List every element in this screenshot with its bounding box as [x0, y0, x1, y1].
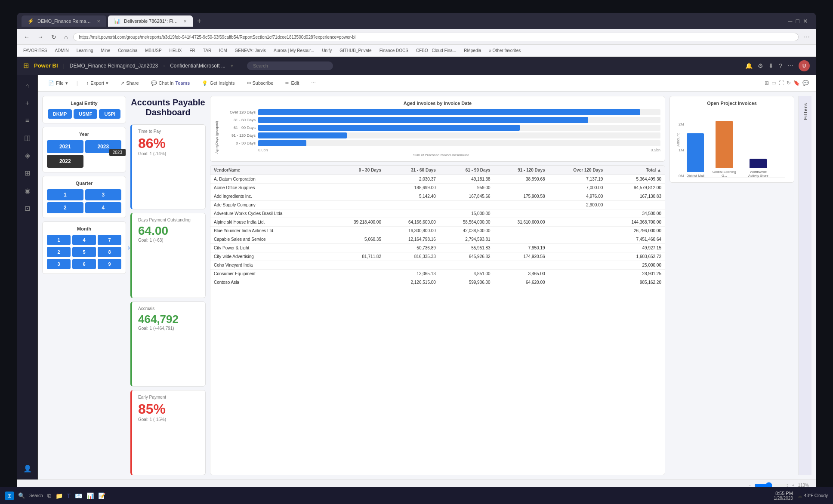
- maximize-btn[interactable]: □: [796, 18, 799, 25]
- bookmark-tar[interactable]: TAR: [201, 47, 214, 54]
- bookmark-mbiusp[interactable]: MBIUSP: [142, 47, 164, 54]
- bookmark-unify[interactable]: Unify: [319, 47, 334, 54]
- browser-tab-2[interactable]: 📊 Deliverable 786281*: Financial ... ✕: [108, 15, 193, 27]
- more-toolbar-btn[interactable]: ⋯: [308, 79, 319, 88]
- month-8-btn[interactable]: 8: [98, 247, 121, 257]
- bookmark-aurora[interactable]: Aurora | My Resour...: [271, 47, 317, 54]
- create-nav-icon[interactable]: +: [22, 96, 33, 111]
- month-5-btn[interactable]: 5: [72, 247, 96, 257]
- get-insights-btn[interactable]: 💡 Get insights: [198, 79, 238, 88]
- legal-entity-dkmp-btn[interactable]: DKMP: [48, 109, 72, 119]
- bookmark-rmpedia[interactable]: RMpedia: [461, 47, 484, 54]
- minimize-btn[interactable]: ─: [788, 18, 793, 25]
- vendor-table-scroll[interactable]: VendorName 0 - 30 Days 31 - 60 Days 61 -…: [210, 166, 665, 286]
- learn-nav-icon[interactable]: ◉: [21, 183, 34, 198]
- col-61-90[interactable]: 61 - 90 Days: [439, 166, 494, 175]
- user-avatar[interactable]: U: [799, 60, 810, 71]
- close-btn[interactable]: ✕: [803, 18, 808, 25]
- more-icon[interactable]: ⋯: [787, 62, 793, 69]
- comment-icon[interactable]: 💬: [802, 80, 809, 86]
- notification-icon[interactable]: 🔔: [745, 62, 753, 69]
- taskbar-app2[interactable]: 📊: [86, 492, 94, 499]
- taskview-btn[interactable]: ⧉: [47, 492, 51, 499]
- legal-entity-usmf-btn[interactable]: USMF: [74, 109, 97, 119]
- year-2021-btn[interactable]: 2021: [47, 140, 83, 153]
- month-scroll-right-btn[interactable]: ›: [128, 244, 130, 252]
- bookmark-cfbo[interactable]: CFBO - Cloud Fina...: [413, 47, 459, 54]
- bookmark-comacina[interactable]: Comacina: [115, 47, 140, 54]
- taskbar-explorer[interactable]: 📁: [56, 492, 63, 499]
- month-7-btn[interactable]: 7: [98, 235, 121, 245]
- taskbar-teams[interactable]: T: [67, 492, 71, 499]
- search-taskbar-btn[interactable]: 🔍: [18, 492, 25, 499]
- bookmark-finance-docs[interactable]: Finance DOCS: [377, 47, 411, 54]
- bookmark-helix[interactable]: HELIX: [167, 47, 185, 54]
- bar-fill-61-90: [258, 125, 520, 131]
- bookmark-github[interactable]: GITHUB_Private: [337, 47, 374, 54]
- apps-nav-icon[interactable]: ⊞: [21, 166, 34, 181]
- month-3-btn[interactable]: 3: [47, 259, 71, 269]
- new-tab-btn[interactable]: +: [194, 17, 204, 26]
- bookmark-icm[interactable]: ICM: [216, 47, 229, 54]
- bookmark-report-icon[interactable]: 🔖: [793, 80, 800, 86]
- tab-close-1[interactable]: ✕: [97, 19, 100, 24]
- settings-icon[interactable]: ⚙: [758, 62, 763, 69]
- bookmark-fr[interactable]: FR: [187, 47, 198, 54]
- file-btn[interactable]: 📄 File ▾: [45, 79, 71, 88]
- legal-entity-uspi-btn[interactable]: USPI: [99, 109, 120, 119]
- chat-in-teams-btn[interactable]: 💬 Chat in Teams: [148, 79, 194, 88]
- pbi-search-input[interactable]: [247, 61, 333, 70]
- col-over-120[interactable]: Over 120 Days: [549, 166, 607, 175]
- col-31-60[interactable]: 31 - 60 Days: [385, 166, 439, 175]
- hub-nav-icon[interactable]: ◫: [21, 130, 34, 145]
- month-6-btn[interactable]: 6: [72, 259, 96, 269]
- forward-btn[interactable]: →: [35, 33, 46, 41]
- bookmark-mine[interactable]: Mine: [99, 47, 113, 54]
- view-mode-icon[interactable]: ⊞: [765, 80, 769, 86]
- layout-icon[interactable]: ▭: [771, 80, 776, 86]
- bookmark-favorites[interactable]: FAVORITES: [21, 47, 49, 54]
- vendor-total-cell: 167,130.83: [606, 192, 665, 200]
- refresh-btn[interactable]: ↻: [49, 33, 59, 41]
- fullscreen-icon[interactable]: ⛶: [779, 80, 784, 86]
- metrics-nav-icon[interactable]: ◈: [22, 148, 34, 163]
- col-total[interactable]: Total ▲: [606, 166, 665, 175]
- start-btn[interactable]: ⊞: [5, 492, 14, 500]
- month-2-btn[interactable]: 2: [47, 247, 71, 257]
- bookmark-learning[interactable]: Learning: [74, 47, 96, 54]
- bookmark-admin[interactable]: ADMIN: [52, 47, 71, 54]
- share-btn[interactable]: ↗ Share: [117, 79, 142, 88]
- refresh-report-icon[interactable]: ↻: [787, 80, 791, 86]
- home-btn[interactable]: ⌂: [62, 33, 70, 41]
- year-2022-btn[interactable]: 2022: [47, 155, 83, 168]
- help-icon[interactable]: ?: [779, 62, 782, 69]
- back-btn[interactable]: ←: [22, 33, 32, 41]
- bookmark-geneva[interactable]: GENEVA: Jarvis: [232, 47, 268, 54]
- tab-close-2[interactable]: ✕: [183, 19, 187, 24]
- bookmarks-bar: FAVORITES ADMIN Learning Mine Comacina M…: [17, 45, 816, 57]
- browse-nav-icon[interactable]: ≡: [22, 113, 33, 128]
- export-btn[interactable]: ↑ Export ▾: [83, 79, 112, 88]
- quarter-1-btn[interactable]: 1: [47, 189, 83, 200]
- browser-tab-1[interactable]: ⚡ DEMO_Finance Reimagined_Jan... ✕: [22, 15, 106, 27]
- download-icon[interactable]: ⬇: [768, 62, 774, 69]
- month-9-btn[interactable]: 9: [98, 259, 121, 269]
- month-4-btn[interactable]: 4: [72, 235, 96, 245]
- quarter-3-btn[interactable]: 3: [85, 189, 122, 200]
- col-0-30[interactable]: 0 - 30 Days: [330, 166, 385, 175]
- quarter-2-btn[interactable]: 2: [47, 202, 83, 213]
- user-nav-icon[interactable]: 👤: [20, 461, 35, 476]
- subscribe-btn[interactable]: ✉ Subscribe: [244, 79, 277, 88]
- taskbar-app3[interactable]: 📝: [98, 492, 105, 499]
- home-nav-icon[interactable]: ⌂: [22, 79, 33, 93]
- taskbar-app1[interactable]: 📧: [75, 492, 82, 499]
- quarter-4-btn[interactable]: 4: [85, 202, 122, 213]
- col-91-120[interactable]: 91 - 120 Days: [494, 166, 549, 175]
- month-1-btn[interactable]: 1: [47, 235, 71, 245]
- workspaces-nav-icon[interactable]: ⊡: [21, 201, 34, 216]
- bookmark-more[interactable]: » Other favorites: [486, 47, 523, 54]
- url-bar[interactable]: https://msit.powerbi.com/groups/me/repor…: [73, 33, 799, 41]
- browser-menu-btn[interactable]: ⋯: [802, 34, 811, 40]
- filters-sidebar[interactable]: Filters: [799, 96, 811, 475]
- edit-btn[interactable]: ✏ Edit: [282, 79, 302, 88]
